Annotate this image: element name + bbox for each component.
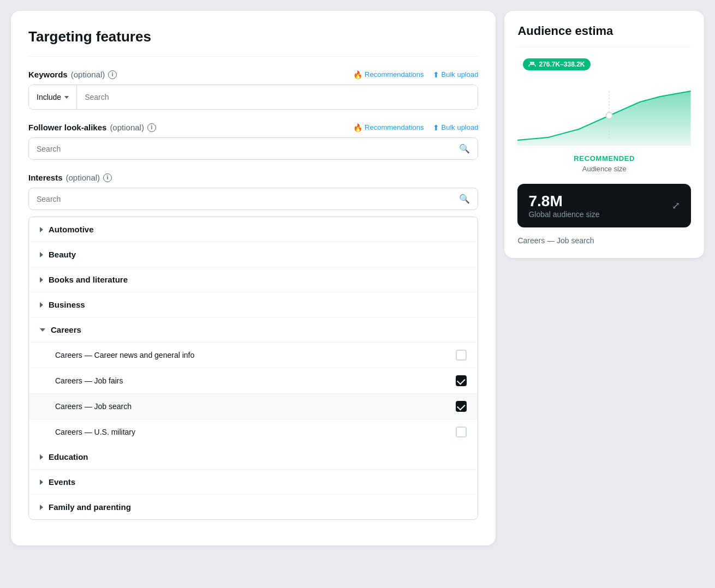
chart-area: 276.7K–338.2K [517, 58, 691, 146]
category-name-books: Books and literature [49, 275, 128, 284]
audience-panel: Audience estima 276.7K–338.2K [504, 11, 704, 258]
interests-search-wrap: 🔍 [28, 188, 478, 210]
category-row-education[interactable]: Education [29, 445, 478, 470]
interests-dropdown: Automotive Beauty Books and literature B… [28, 217, 478, 520]
interests-section-header: Interests (optional) i [28, 173, 478, 182]
include-chevron-down-icon [64, 96, 69, 99]
follower-section-header: Follower look-alikes (optional) i 🔥 Reco… [28, 123, 478, 132]
panel-title: Targeting features [28, 28, 478, 45]
chevron-right-icon-beauty [40, 252, 43, 257]
follower-label: Follower look-alikes (optional) i [28, 123, 156, 132]
subcategory-row-us-military[interactable]: Careers — U.S. military [29, 419, 478, 445]
interests-label: Interests (optional) i [28, 173, 112, 182]
subcategory-name-job-search: Careers — Job search [55, 402, 132, 411]
chevron-down-icon-careers [40, 328, 45, 332]
flame-icon-2: 🔥 [353, 123, 362, 132]
keywords-info-icon[interactable]: i [108, 70, 117, 79]
subcategory-row-job-search[interactable]: Careers — Job search [29, 394, 478, 419]
upload-icon-2: ⬆ [433, 123, 439, 132]
follower-search-icon: 🔍 [459, 143, 470, 154]
follower-search-wrap: 🔍 [28, 137, 478, 160]
chevron-right-icon-books [40, 277, 43, 283]
checkbox-career-news[interactable] [456, 350, 467, 361]
category-name-beauty: Beauty [49, 250, 76, 259]
keywords-bulk-upload-link[interactable]: ⬆ Bulk upload [433, 70, 479, 79]
audience-badge: 276.7K–338.2K [523, 58, 590, 70]
follower-bulk-upload-link[interactable]: ⬆ Bulk upload [433, 123, 479, 132]
global-audience-box: 7.8M Global audience size ⤢ [517, 184, 691, 227]
category-name-events: Events [49, 477, 75, 487]
category-row-careers[interactable]: Careers [29, 317, 478, 343]
global-audience-number: 7.8M [528, 193, 599, 210]
recommended-label: RECOMMENDED [517, 154, 691, 163]
keywords-section-header: Keywords (optional) i 🔥 Recommendations … [28, 70, 478, 79]
follower-info-icon[interactable]: i [147, 123, 156, 132]
category-row-business[interactable]: Business [29, 292, 478, 317]
follower-actions: 🔥 Recommendations ⬆ Bulk upload [353, 123, 478, 132]
include-dropdown[interactable]: Include [29, 85, 77, 109]
follower-recommendations-link[interactable]: 🔥 Recommendations [353, 123, 424, 132]
checkbox-us-military[interactable] [456, 427, 467, 437]
global-audience-content: 7.8M Global audience size [528, 193, 599, 219]
audience-badge-text: 276.7K–338.2K [539, 61, 585, 68]
svg-point-3 [606, 112, 612, 119]
targeting-panel: Targeting features Keywords (optional) i… [11, 11, 496, 545]
expand-icon[interactable]: ⤢ [672, 200, 680, 212]
category-name-family: Family and parenting [49, 502, 131, 512]
svg-point-0 [530, 62, 532, 64]
audience-divider [517, 47, 691, 47]
top-divider [28, 56, 478, 57]
subcategory-row-career-news[interactable]: Careers — Career news and general info [29, 343, 478, 368]
subcategory-row-job-fairs[interactable]: Careers — Job fairs [29, 368, 478, 394]
category-name-education: Education [49, 452, 88, 461]
audience-title: Audience estima [517, 24, 691, 38]
checkbox-job-search[interactable] [456, 401, 467, 412]
category-row-automotive[interactable]: Automotive [29, 217, 478, 242]
category-row-beauty[interactable]: Beauty [29, 242, 478, 267]
keywords-recommendations-link[interactable]: 🔥 Recommendations [353, 70, 424, 79]
subcategory-name-us-military: Careers — U.S. military [55, 428, 135, 436]
chevron-right-icon [40, 227, 43, 232]
keywords-label: Keywords (optional) i [28, 70, 117, 79]
category-name-careers: Careers [51, 325, 81, 334]
category-name-automotive: Automotive [49, 225, 94, 234]
chevron-right-icon-education [40, 454, 43, 460]
interests-search-icon: 🔍 [459, 194, 470, 204]
global-audience-label: Global audience size [528, 210, 599, 219]
subcategory-name-career-news: Careers — Career news and general info [55, 351, 194, 359]
category-row-events[interactable]: Events [29, 470, 478, 495]
follower-search-input[interactable] [37, 145, 455, 153]
subcategory-name-job-fairs: Careers — Job fairs [55, 376, 123, 385]
svg-point-1 [532, 62, 534, 64]
interests-info-icon[interactable]: i [103, 173, 112, 182]
chevron-right-icon-family [40, 505, 43, 510]
career-tag: Careers — Job search [517, 236, 691, 245]
chevron-right-icon-business [40, 302, 43, 308]
chevron-right-icon-events [40, 479, 43, 485]
keywords-actions: 🔥 Recommendations ⬆ Bulk upload [353, 70, 478, 79]
include-dropdown-label: Include [37, 93, 61, 101]
category-name-business: Business [49, 300, 85, 309]
category-row-family[interactable]: Family and parenting [29, 495, 478, 519]
keywords-input-row: Include [28, 85, 478, 110]
upload-icon: ⬆ [433, 70, 439, 79]
careers-subcategories: Careers — Career news and general info C… [29, 343, 478, 445]
audience-size-label: Audience size [517, 165, 691, 173]
interests-search-input[interactable] [37, 195, 455, 203]
flame-icon: 🔥 [353, 70, 362, 79]
category-row-books[interactable]: Books and literature [29, 267, 478, 292]
keywords-search-input[interactable] [77, 85, 478, 109]
audience-chart [517, 75, 691, 146]
checkbox-job-fairs[interactable] [456, 375, 467, 386]
people-icon [528, 61, 536, 68]
